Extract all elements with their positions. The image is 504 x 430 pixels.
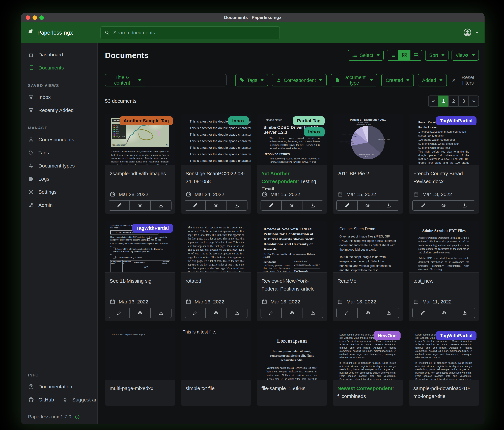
document-thumbnail[interactable]: Lorem ipsum dolor sit amet, consectetur … bbox=[409, 329, 479, 380]
document-title[interactable]: 2sample-pdf-with-images bbox=[105, 165, 175, 190]
download-document-button[interactable] bbox=[378, 308, 399, 318]
sidebar-item-documentation[interactable]: Documentation bbox=[21, 380, 97, 393]
download-document-button[interactable] bbox=[378, 201, 399, 210]
document-title[interactable]: test_new bbox=[409, 273, 479, 297]
edit-document-button[interactable] bbox=[109, 201, 129, 210]
created-filter-button[interactable]: Created bbox=[381, 74, 414, 86]
tag-badge[interactable]: Inbox bbox=[304, 127, 325, 136]
tags-filter-button[interactable]: Tags bbox=[235, 74, 268, 86]
sidebar-item-dashboard[interactable]: Dashboard bbox=[21, 48, 97, 61]
document-thumbnail[interactable]: Application for Medical Staff Membership… bbox=[105, 221, 175, 273]
window-close-button[interactable] bbox=[26, 15, 30, 20]
document-title[interactable]: simple txt file bbox=[181, 380, 251, 406]
document-thumbnail[interactable]: Review of New York Federal Petitions for… bbox=[257, 221, 327, 273]
window-minimize-button[interactable] bbox=[33, 15, 37, 20]
tag-badge[interactable]: Another Sample Tag bbox=[119, 116, 173, 125]
pagination-prev-button[interactable]: « bbox=[428, 95, 439, 107]
view-document-button[interactable] bbox=[129, 308, 150, 318]
document-title[interactable]: Newest Correspondent: f_combineds bbox=[333, 380, 403, 406]
edit-document-button[interactable] bbox=[413, 308, 433, 318]
edit-document-button[interactable] bbox=[109, 308, 129, 318]
sort-button[interactable]: Sort bbox=[425, 50, 449, 61]
download-document-button[interactable] bbox=[150, 201, 171, 210]
info-icon[interactable] bbox=[75, 414, 80, 420]
view-document-button[interactable] bbox=[129, 201, 150, 210]
tag-badge[interactable]: TagWithPartial bbox=[436, 116, 477, 125]
tag-badge[interactable]: TagWithPartial bbox=[132, 224, 173, 233]
document-thumbnail[interactable]: Release NotesSimba ODBC Driver for SQL S… bbox=[257, 114, 327, 165]
download-document-button[interactable] bbox=[150, 308, 171, 318]
download-document-button[interactable] bbox=[454, 308, 475, 318]
tag-badge[interactable]: NewOne bbox=[374, 331, 401, 340]
correspondent-filter-button[interactable]: Correspondent bbox=[272, 74, 327, 86]
download-document-button[interactable] bbox=[226, 308, 247, 318]
document-thumbnail[interactable]: This is a test file. bbox=[181, 329, 251, 380]
edit-document-button[interactable] bbox=[261, 201, 281, 210]
download-document-button[interactable] bbox=[454, 201, 475, 210]
document-thumbnail[interactable]: Patient BP Distribution 2011Normal, 150,… bbox=[333, 114, 403, 165]
sidebar-item-admin[interactable]: Admin bbox=[21, 198, 97, 212]
title-content-dropdown[interactable]: Title & content bbox=[105, 74, 145, 86]
view-document-button[interactable] bbox=[433, 308, 454, 318]
sidebar-item-inbox[interactable]: Inbox bbox=[21, 91, 97, 104]
window-zoom-button[interactable] bbox=[39, 15, 44, 20]
reset-filters-button[interactable]: × Reset filters bbox=[451, 75, 479, 86]
document-thumbnail[interactable]: This is a test for the double space char… bbox=[181, 114, 251, 165]
document-title[interactable]: rotated bbox=[181, 273, 251, 297]
view-document-button[interactable] bbox=[357, 308, 378, 318]
document-correspondent-link[interactable]: Yet Another Correspondent bbox=[261, 171, 297, 184]
tag-badge[interactable]: Partial Tag bbox=[293, 116, 324, 125]
document-title[interactable]: Yet Another Correspondent: Testing Email bbox=[257, 165, 327, 190]
sidebar-item-documents[interactable]: Documents bbox=[21, 61, 97, 74]
edit-document-button[interactable] bbox=[413, 201, 433, 210]
view-document-button[interactable] bbox=[357, 201, 378, 210]
document-title[interactable]: ReadMe bbox=[333, 273, 403, 297]
edit-document-button[interactable] bbox=[337, 308, 357, 318]
pagination-page-1[interactable]: 1 bbox=[438, 95, 449, 107]
view-document-button[interactable] bbox=[205, 201, 226, 210]
search-input[interactable] bbox=[113, 30, 276, 36]
view-document-button[interactable] bbox=[281, 201, 302, 210]
edit-document-button[interactable] bbox=[185, 201, 205, 210]
document-thumbnail[interactable]: French Country BreadFor the Leaven1 heap… bbox=[409, 114, 479, 165]
document-title[interactable]: Review-of-New-York-Federal-Petitions-art… bbox=[257, 273, 327, 297]
view-document-button[interactable] bbox=[205, 308, 226, 318]
sidebar-item-settings[interactable]: Settings bbox=[21, 186, 97, 198]
views-button[interactable]: Views bbox=[451, 50, 479, 61]
download-document-button[interactable] bbox=[302, 308, 323, 318]
pagination-page-3[interactable]: 3 bbox=[459, 95, 469, 107]
document-thumbnail[interactable]: This is a multi page document. Page 1. bbox=[105, 329, 175, 380]
document-title[interactable]: sample-pdf-download-10-mb-longer-title bbox=[409, 380, 479, 406]
sidebar-item-correspondents[interactable]: Correspondents bbox=[21, 133, 97, 146]
pagination-next-button[interactable]: » bbox=[468, 95, 479, 107]
document-thumbnail[interactable]: Boundary Waters TripDay 1Day 2Day 3Day 4… bbox=[105, 114, 175, 165]
document-title[interactable]: French Country Bread Revised.docx bbox=[409, 165, 479, 190]
view-grid-button[interactable] bbox=[398, 50, 410, 61]
download-document-button[interactable] bbox=[226, 201, 247, 210]
view-list-button[interactable] bbox=[387, 50, 399, 61]
document-correspondent-link[interactable]: Newest Correspondent bbox=[337, 385, 392, 391]
document-thumbnail[interactable]: Lorem ipsum dolor sit amet, consectetur … bbox=[333, 329, 403, 380]
added-filter-button[interactable]: Added bbox=[418, 74, 447, 86]
edit-document-button[interactable] bbox=[337, 201, 357, 210]
document-title[interactable]: Sec 11-Missing sig bbox=[105, 273, 175, 297]
edit-document-button[interactable] bbox=[185, 308, 205, 318]
sidebar-item-document-types[interactable]: Document types bbox=[21, 159, 97, 172]
view-document-button[interactable] bbox=[281, 308, 302, 318]
download-document-button[interactable] bbox=[302, 201, 323, 210]
document-type-filter-button[interactable]: Document type bbox=[331, 74, 377, 86]
view-detail-button[interactable] bbox=[410, 50, 422, 61]
edit-document-button[interactable] bbox=[261, 308, 281, 318]
title-content-input[interactable] bbox=[145, 74, 226, 86]
sidebar-item-github[interactable]: GitHub bbox=[21, 393, 55, 406]
app-logo[interactable]: Paperless-ngx bbox=[27, 28, 100, 37]
sidebar-item-tags[interactable]: Tags bbox=[21, 146, 97, 159]
document-title[interactable]: 2011 BP Pie 2 bbox=[333, 165, 403, 190]
document-title[interactable]: Sonstige ScanPC2022 03-24_081058 bbox=[181, 165, 251, 190]
pagination-page-2[interactable]: 2 bbox=[448, 95, 459, 107]
document-thumbnail[interactable]: Lorem ipsumLorem ipsum dolor sit amet, c… bbox=[257, 329, 327, 380]
document-title[interactable]: multi-page-mixedxx bbox=[105, 380, 175, 406]
sidebar-item-logs[interactable]: Logs bbox=[21, 172, 97, 186]
sidebar-item-recently-added[interactable]: Recently Added bbox=[21, 104, 97, 117]
document-thumbnail[interactable]: This is the text that appears on the fir… bbox=[181, 221, 251, 273]
